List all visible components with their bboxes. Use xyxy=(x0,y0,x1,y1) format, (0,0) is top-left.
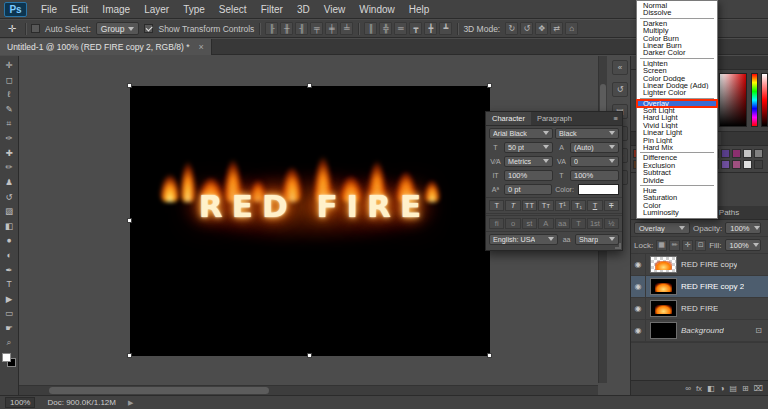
horizontal-scrollbar[interactable] xyxy=(19,385,598,395)
crop-tool-icon[interactable]: ⌗ xyxy=(1,116,18,131)
canvas[interactable]: RED FIRE xyxy=(130,86,490,356)
close-tab-icon[interactable]: × xyxy=(198,42,203,52)
tab-paragraph[interactable]: Paragraph xyxy=(531,112,578,125)
language-select[interactable]: English: USA xyxy=(489,234,558,245)
blend-option[interactable]: Normal xyxy=(637,2,717,9)
kerning-select[interactable]: Metrics xyxy=(504,156,553,167)
color-ramp[interactable] xyxy=(761,73,768,127)
auto-select-checkbox[interactable] xyxy=(31,24,40,33)
menu-view[interactable]: View xyxy=(317,4,353,15)
menu-help[interactable]: Help xyxy=(402,4,437,15)
healing-brush-tool-icon[interactable]: ✚ xyxy=(1,146,18,161)
blend-option[interactable]: Saturation xyxy=(637,194,717,201)
move-tool-icon[interactable]: ✛ xyxy=(1,58,18,73)
3d-mode-icon[interactable]: ✥ xyxy=(535,22,548,35)
path-selection-tool-icon[interactable]: ▶ xyxy=(1,292,18,307)
visibility-eye-icon[interactable]: ◉ xyxy=(631,276,646,297)
vertical-scale-field[interactable]: 100% xyxy=(504,170,553,181)
layer-thumbnail[interactable] xyxy=(650,300,677,317)
tracking-select[interactable]: 0 xyxy=(570,156,619,167)
show-transform-checkbox[interactable] xyxy=(144,24,153,33)
zoom-level-field[interactable]: 100% xyxy=(5,397,35,408)
marquee-tool-icon[interactable]: ◻ xyxy=(1,73,18,88)
transform-handle[interactable] xyxy=(307,353,312,358)
swatch[interactable] xyxy=(732,149,741,158)
status-menu-arrow-icon[interactable]: ▶ xyxy=(128,399,133,407)
leading-select[interactable]: (Auto) xyxy=(570,142,619,153)
layer-thumbnail[interactable] xyxy=(650,322,677,339)
distribute-icon[interactable]: ═ xyxy=(394,22,407,35)
menu-layer[interactable]: Layer xyxy=(137,4,176,15)
blend-option[interactable]: Dissolve xyxy=(637,9,717,16)
blend-option[interactable]: Divide xyxy=(637,177,717,184)
blend-option[interactable]: Hard Light xyxy=(637,114,717,121)
blend-option[interactable]: Darker Color xyxy=(637,49,717,56)
hue-slider[interactable] xyxy=(751,73,758,127)
swatch[interactable] xyxy=(754,160,763,169)
distribute-icon[interactable]: ┳ xyxy=(409,22,422,35)
dodge-tool-icon[interactable]: ◐ xyxy=(1,248,18,263)
blend-option[interactable]: Screen xyxy=(637,67,717,74)
gradient-tool-icon[interactable]: ◧ xyxy=(1,219,18,234)
transform-handle[interactable] xyxy=(127,353,132,358)
layer-effects-icon[interactable]: fx xyxy=(696,384,702,393)
3d-mode-icon[interactable]: ↻ xyxy=(505,22,518,35)
pen-tool-icon[interactable]: ✒ xyxy=(1,262,18,277)
blend-option[interactable]: Color Burn xyxy=(637,35,717,42)
distribute-icon[interactable]: ╬ xyxy=(379,22,392,35)
blend-option[interactable]: Exclusion xyxy=(637,162,717,169)
transform-handle[interactable] xyxy=(487,83,492,88)
blend-option[interactable]: Subtract xyxy=(637,169,717,176)
menu-3d[interactable]: 3D xyxy=(290,4,317,15)
color-field[interactable] xyxy=(719,73,747,127)
swatch[interactable] xyxy=(721,160,730,169)
blend-option[interactable]: Lighter Color xyxy=(637,89,717,96)
font-size-select[interactable]: 50 pt xyxy=(504,142,553,153)
swatch[interactable] xyxy=(743,160,752,169)
layer-row[interactable]: ◉Background⊡ xyxy=(631,320,768,342)
align-icon[interactable]: ╤ xyxy=(310,22,323,35)
horizontal-scale-field[interactable]: 100% xyxy=(570,170,619,181)
quick-selection-tool-icon[interactable]: ✎ xyxy=(1,102,18,117)
menu-image[interactable]: Image xyxy=(95,4,137,15)
text-style-button[interactable]: T xyxy=(505,200,520,211)
opentype-button[interactable]: aa xyxy=(555,218,570,229)
opentype-button[interactable]: o xyxy=(505,218,520,229)
transform-handle[interactable] xyxy=(307,83,312,88)
fill-select[interactable]: 100% xyxy=(725,239,761,251)
opacity-select[interactable]: 100% xyxy=(725,222,761,234)
blur-tool-icon[interactable]: ● xyxy=(1,233,18,248)
opentype-button[interactable]: T xyxy=(571,218,586,229)
layer-thumbnail[interactable] xyxy=(650,278,677,295)
text-style-button[interactable]: Tᴛ xyxy=(538,200,553,211)
text-style-button[interactable]: T xyxy=(604,200,619,211)
adjustment-layer-icon[interactable]: ◑ xyxy=(720,384,725,393)
transform-handle[interactable] xyxy=(487,353,492,358)
lock-transparency-icon[interactable]: ▦ xyxy=(656,240,667,251)
menu-file[interactable]: File xyxy=(34,4,64,15)
opentype-button[interactable]: st xyxy=(522,218,537,229)
opentype-button[interactable]: A xyxy=(538,218,553,229)
zoom-tool-icon[interactable]: ⌕ xyxy=(1,335,18,350)
blend-option[interactable]: Multiply xyxy=(637,27,717,34)
menu-edit[interactable]: Edit xyxy=(64,4,95,15)
hand-tool-icon[interactable]: ☛ xyxy=(1,321,18,336)
history-icon[interactable]: ↺ xyxy=(612,82,628,97)
horizontal-scrollbar-thumb[interactable] xyxy=(49,387,269,394)
photoshop-logo[interactable]: Ps xyxy=(4,2,27,17)
distribute-icon[interactable]: ╋ xyxy=(424,22,437,35)
swatch[interactable] xyxy=(721,149,730,158)
align-icon[interactable]: ╧ xyxy=(340,22,353,35)
menu-select[interactable]: Select xyxy=(212,4,254,15)
auto-select-target-select[interactable]: Group xyxy=(96,22,140,35)
visibility-eye-icon[interactable]: ◉ xyxy=(631,298,646,319)
3d-mode-icon[interactable]: ⌂ xyxy=(565,22,578,35)
blend-option[interactable]: Linear Light xyxy=(637,129,717,136)
layer-thumbnail[interactable] xyxy=(650,256,677,273)
3d-mode-icon[interactable]: ⇄ xyxy=(550,22,563,35)
text-color-swatch[interactable] xyxy=(578,184,620,195)
blend-option[interactable]: Linear Burn xyxy=(637,42,717,49)
layer-row[interactable]: ◉RED FIRE xyxy=(631,298,768,320)
lock-all-icon[interactable]: ⊡ xyxy=(695,240,706,251)
text-style-button[interactable]: T xyxy=(489,200,504,211)
